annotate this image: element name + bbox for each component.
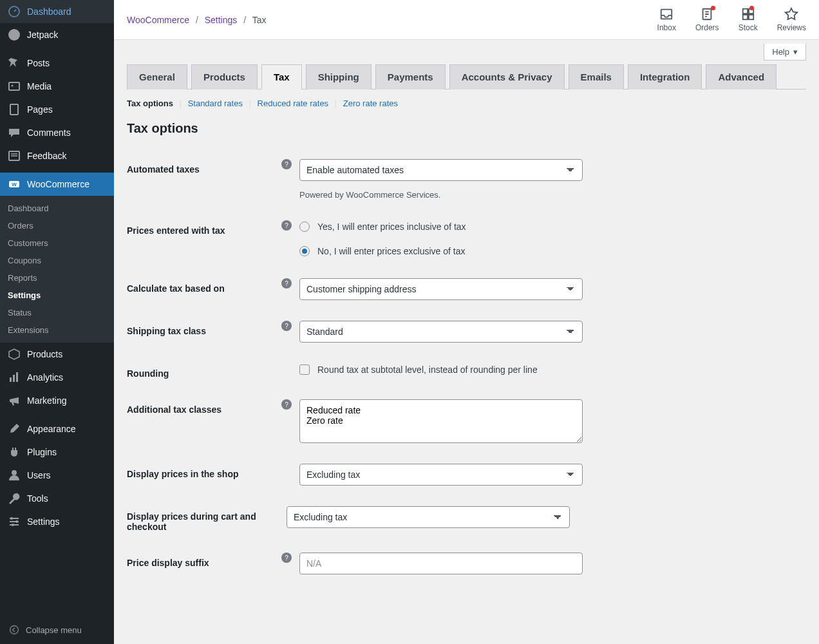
sidebar-item-products[interactable]: Products bbox=[0, 343, 114, 366]
tab-integration[interactable]: Integration bbox=[628, 64, 702, 90]
wrench-icon bbox=[8, 492, 21, 505]
tab-emails[interactable]: Emails bbox=[569, 64, 624, 90]
sidebar-item-users[interactable]: Users bbox=[0, 464, 114, 487]
gauge-icon bbox=[8, 5, 21, 18]
svg-rect-20 bbox=[742, 15, 747, 19]
sub-coupons[interactable]: Coupons bbox=[0, 252, 114, 269]
plug-icon bbox=[8, 446, 21, 459]
collapse-menu[interactable]: Collapse menu bbox=[0, 616, 114, 644]
svg-rect-8 bbox=[10, 377, 12, 382]
label: Posts bbox=[27, 58, 50, 68]
woocommerce-submenu: Dashboard Orders Customers Coupons Repor… bbox=[0, 196, 114, 343]
tab-shipping[interactable]: Shipping bbox=[306, 64, 372, 90]
tab-general[interactable]: General bbox=[127, 64, 187, 90]
help-icon[interactable]: ? bbox=[281, 321, 292, 331]
svg-rect-21 bbox=[749, 15, 753, 19]
sidebar-item-marketing[interactable]: Marketing bbox=[0, 389, 114, 412]
sub-customers[interactable]: Customers bbox=[0, 234, 114, 252]
label: Inbox bbox=[657, 23, 676, 32]
topbar: WooCommerce / Settings / Tax Inbox Order… bbox=[114, 0, 819, 40]
breadcrumb-woocommerce[interactable]: WooCommerce bbox=[127, 15, 189, 25]
input-suffix[interactable] bbox=[299, 553, 583, 574]
help-icon[interactable]: ? bbox=[281, 159, 292, 169]
topbar-inbox[interactable]: Inbox bbox=[657, 7, 676, 32]
select-display-cart[interactable]: Excluding tax bbox=[287, 506, 570, 528]
subtab-standard[interactable]: Standard rates bbox=[188, 99, 243, 108]
megaphone-icon bbox=[8, 394, 21, 407]
chart-icon bbox=[8, 371, 21, 384]
sep: / bbox=[196, 15, 198, 25]
notification-dot bbox=[749, 6, 754, 10]
sidebar-item-analytics[interactable]: Analytics bbox=[0, 366, 114, 389]
label: Marketing bbox=[27, 395, 66, 406]
select-calc-based[interactable]: Customer shipping address bbox=[299, 278, 583, 300]
select-ship-class[interactable]: Standard bbox=[299, 321, 583, 343]
tax-options-form: Automated taxes ? Enable automated taxes… bbox=[127, 149, 806, 585]
select-automated-taxes[interactable]: Enable automated taxes bbox=[299, 159, 583, 181]
help-icon[interactable]: ? bbox=[281, 553, 292, 563]
topbar-reviews[interactable]: Reviews bbox=[777, 7, 806, 32]
select-display-shop[interactable]: Excluding tax bbox=[299, 464, 583, 486]
sidebar-item-comments[interactable]: Comments bbox=[0, 121, 114, 144]
svg-rect-2 bbox=[9, 82, 19, 90]
sub-orders[interactable]: Orders bbox=[0, 217, 114, 234]
tab-tax[interactable]: Tax bbox=[261, 64, 302, 90]
tab-payments[interactable]: Payments bbox=[375, 64, 446, 90]
sidebar-item-posts[interactable]: Posts bbox=[0, 52, 114, 75]
help-toggle[interactable]: Help▾ bbox=[764, 44, 806, 61]
label-ship-class: Shipping tax class bbox=[127, 321, 281, 336]
sidebar-item-feedback[interactable]: Feedback bbox=[0, 144, 114, 167]
tab-advanced[interactable]: Advanced bbox=[706, 64, 777, 90]
label: Appearance bbox=[27, 424, 76, 434]
admin-sidebar: Dashboard Jetpack Posts Media Pages Comm… bbox=[0, 0, 114, 644]
subtab-options[interactable]: Tax options bbox=[127, 99, 173, 108]
sidebar-item-plugins[interactable]: Plugins bbox=[0, 440, 114, 464]
label: Users bbox=[27, 470, 51, 480]
textarea-add-classes[interactable]: Reduced rate Zero rate bbox=[299, 399, 583, 443]
help-icon[interactable]: ? bbox=[281, 220, 292, 231]
subtab-zero[interactable]: Zero rate rates bbox=[343, 99, 398, 108]
topbar-stock[interactable]: Stock bbox=[739, 7, 758, 32]
tab-products[interactable]: Products bbox=[191, 64, 258, 90]
label-calc-based: Calculate tax based on bbox=[127, 278, 281, 294]
sub-dashboard[interactable]: Dashboard bbox=[0, 200, 114, 217]
tab-accounts[interactable]: Accounts & Privacy bbox=[449, 64, 565, 90]
sidebar-item-tools[interactable]: Tools bbox=[0, 487, 114, 510]
tax-subtabs: Tax options | Standard rates | Reduced r… bbox=[127, 90, 806, 117]
sidebar-item-jetpack[interactable]: Jetpack bbox=[0, 23, 114, 46]
label-suffix: Price display suffix bbox=[127, 553, 281, 568]
help-icon[interactable]: ? bbox=[281, 278, 292, 289]
svg-rect-9 bbox=[13, 375, 15, 382]
sub-status[interactable]: Status bbox=[0, 304, 114, 321]
svg-point-1 bbox=[8, 29, 20, 41]
sliders-icon bbox=[8, 515, 21, 528]
label-add-classes: Additional tax classes bbox=[127, 399, 281, 415]
sub-extensions[interactable]: Extensions bbox=[0, 321, 114, 339]
topbar-icons: Inbox Orders Stock Reviews bbox=[657, 7, 806, 32]
svg-point-14 bbox=[12, 524, 14, 526]
radio-exclusive[interactable]: No, I will enter prices exclusive of tax bbox=[299, 245, 466, 258]
media-icon bbox=[8, 80, 21, 93]
sidebar-item-settings[interactable]: Settings bbox=[0, 510, 114, 533]
sidebar-item-media[interactable]: Media bbox=[0, 75, 114, 98]
label: Analytics bbox=[27, 372, 63, 383]
sidebar-item-woocommerce[interactable]: WWooCommerce bbox=[0, 173, 114, 196]
subtab-reduced[interactable]: Reduced rate rates bbox=[258, 99, 329, 108]
label: Settings bbox=[27, 516, 60, 527]
radio-inclusive[interactable]: Yes, I will enter prices inclusive of ta… bbox=[299, 220, 466, 233]
label: Collapse menu bbox=[26, 625, 82, 635]
sidebar-item-dashboard[interactable]: Dashboard bbox=[0, 0, 114, 23]
topbar-orders[interactable]: Orders bbox=[695, 7, 719, 32]
breadcrumb-settings[interactable]: Settings bbox=[205, 15, 238, 25]
svg-rect-4 bbox=[10, 104, 18, 115]
checkbox-rounding[interactable]: Round tax at subtotal level, instead of … bbox=[299, 363, 538, 376]
sidebar-item-pages[interactable]: Pages bbox=[0, 98, 114, 121]
label-rounding: Rounding bbox=[127, 363, 281, 379]
user-icon bbox=[8, 469, 21, 482]
sub-settings[interactable]: Settings bbox=[0, 287, 114, 304]
help-icon[interactable]: ? bbox=[281, 399, 292, 410]
sub-reports[interactable]: Reports bbox=[0, 269, 114, 287]
label: Comments bbox=[27, 128, 71, 138]
svg-point-13 bbox=[15, 520, 18, 523]
sidebar-item-appearance[interactable]: Appearance bbox=[0, 417, 114, 440]
